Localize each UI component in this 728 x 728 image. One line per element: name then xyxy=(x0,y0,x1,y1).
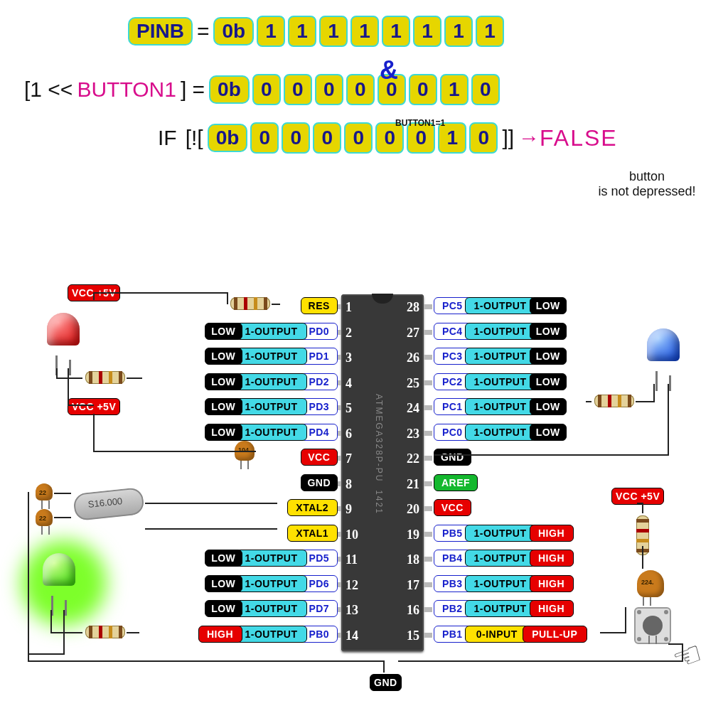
cap-decoupling-104: 104 xyxy=(235,441,255,461)
pin18-tag-high: HIGH xyxy=(530,550,574,567)
bit-cell: 0 xyxy=(250,122,279,154)
if-keyword: IF xyxy=(154,126,181,150)
ic-atmega328p: ATMEGA328P-PU 1421 128227326425524623722… xyxy=(341,294,424,651)
pin8-tag-gnd: GND xyxy=(301,474,338,491)
pin26-tag-low: LOW xyxy=(530,348,567,365)
prefix-0b: 0b xyxy=(208,124,248,152)
pin27-tag-low: LOW xyxy=(530,323,567,340)
pin6-tag-low: LOW xyxy=(205,424,242,441)
resistor-green-led xyxy=(85,626,125,638)
pin13-tag-low: LOW xyxy=(205,600,242,617)
pin25-tag-low: LOW xyxy=(530,373,567,390)
pin24-tag-1-output: 1-OUTPUT xyxy=(465,398,536,415)
resistor-red-led xyxy=(85,371,125,384)
pin28-tag-low: LOW xyxy=(530,297,567,314)
pin3-tag-1-output: 1-OUTPUT xyxy=(236,348,307,365)
bit-cell: 0 xyxy=(469,122,498,154)
pin21-tag-aref: AREF xyxy=(434,474,478,491)
pin17-tag-1-output: 1-OUTPUT xyxy=(465,575,536,592)
if-close-brackets: ]] xyxy=(498,126,518,150)
pin11-tag-low: LOW xyxy=(205,550,242,567)
led-green xyxy=(43,553,75,603)
pin15-tag-0-input: 0-INPUT xyxy=(465,626,530,643)
pin28-tag-1-output: 1-OUTPUT xyxy=(465,297,536,314)
pin5-tag-1-output: 1-OUTPUT xyxy=(236,398,307,415)
prefix-0b: 0b xyxy=(213,17,254,46)
gnd-rail-bottom: GND xyxy=(370,674,402,691)
if-open-brackets: [![ xyxy=(181,126,208,150)
pin11-tag-1-output: 1-OUTPUT xyxy=(236,550,307,567)
led-red xyxy=(47,313,80,363)
pin14-tag-high: HIGH xyxy=(198,626,242,643)
pin10-tag-xtal1: XTAL1 xyxy=(287,525,338,542)
pin20-tag-vcc: VCC xyxy=(434,499,471,516)
pin1-tag-res: RES xyxy=(301,297,338,314)
bit-cell: 1 xyxy=(288,16,316,47)
result-false: FALSE xyxy=(540,125,618,151)
pin4-tag-1-output: 1-OUTPUT xyxy=(236,373,307,390)
vcc-rail-right: VCC +5V xyxy=(611,488,664,505)
schematic-diagram: ATMEGA328P-PU 1421 128227326425524623722… xyxy=(0,291,728,704)
shift-open: [1 << xyxy=(20,77,77,102)
pin23-tag-1-output: 1-OUTPUT xyxy=(465,424,536,441)
pin14-tag-1-output: 1-OUTPUT xyxy=(236,626,307,643)
pin19-tag-high: HIGH xyxy=(530,525,574,542)
hand-pointer-icon: ☜ xyxy=(667,633,707,680)
resistor-blue-led xyxy=(594,395,634,407)
bit-cell: 1 xyxy=(476,16,504,47)
pin2-tag-low: LOW xyxy=(205,323,242,340)
pin23-tag-low: LOW xyxy=(530,424,567,441)
vcc-rail-top-left: VCC +5V xyxy=(68,284,120,301)
crystal-16mhz: S16.000 xyxy=(73,487,144,521)
cap-button-224: 224. xyxy=(637,570,664,597)
pinb-register-chip: PINB xyxy=(128,17,193,46)
bit-cell: 0 xyxy=(252,74,281,105)
push-button[interactable] xyxy=(634,607,671,644)
equals-sign: = xyxy=(193,19,214,43)
bit-cell: 0 xyxy=(315,74,343,105)
cap-xtal-22-b: 22 xyxy=(36,509,53,526)
pin4-tag-low: LOW xyxy=(205,373,242,390)
bit-cell: 1 xyxy=(319,16,348,47)
pin2-tag-1-output: 1-OUTPUT xyxy=(236,323,307,340)
bit-cell: 0 xyxy=(313,122,341,154)
pin3-tag-low: LOW xyxy=(205,348,242,365)
pin27-tag-1-output: 1-OUTPUT xyxy=(465,323,536,340)
bit-cell: 1 xyxy=(350,16,379,47)
result-caption: buttonis not depressed! xyxy=(583,169,711,199)
button1-macro: BUTTON1 xyxy=(77,77,176,102)
pin13-tag-1-output: 1-OUTPUT xyxy=(236,600,307,617)
pin17-tag-high: HIGH xyxy=(530,575,574,592)
prefix-0b: 0b xyxy=(209,75,250,104)
bit-cell: 0 xyxy=(409,74,437,105)
pin7-tag-vcc: VCC xyxy=(301,449,338,466)
arrow-icon: → xyxy=(518,126,540,150)
bit-cell: 1 xyxy=(382,16,410,47)
pin16-tag-high: HIGH xyxy=(530,600,574,617)
vcc-rail-mid-left: VCC +5V xyxy=(68,398,120,415)
pin15-tag-pull-up: PULL-UP xyxy=(523,626,587,643)
bitwise-and-symbol: & xyxy=(380,55,398,85)
cap-xtal-22-a: 22 xyxy=(36,483,53,500)
pin22-tag-gnd: GND xyxy=(434,449,471,466)
pin12-tag-1-output: 1-OUTPUT xyxy=(236,575,307,592)
bit-cell: 1 xyxy=(440,74,469,105)
bit-cell: 1 xyxy=(257,16,285,47)
pin16-tag-1-output: 1-OUTPUT xyxy=(465,600,536,617)
pin24-tag-low: LOW xyxy=(530,398,567,415)
bit-cell: 1 xyxy=(444,16,473,47)
bitmask-code-block: PINB = 0b 11111111 & [1 << BUTTON1 ] = 0… xyxy=(0,14,728,164)
led-blue xyxy=(647,328,680,378)
bit-cell: 0 xyxy=(282,122,310,154)
button1-note: BUTTON1=1 xyxy=(395,118,445,128)
resistor-reset xyxy=(230,297,270,310)
pin6-tag-1-output: 1-OUTPUT xyxy=(236,424,307,441)
bit-cell: 0 xyxy=(471,74,500,105)
pin25-tag-1-output: 1-OUTPUT xyxy=(465,373,536,390)
bit-cell: 0 xyxy=(284,74,312,105)
pin19-tag-1-output: 1-OUTPUT xyxy=(465,525,536,542)
pin5-tag-low: LOW xyxy=(205,398,242,415)
bit-cell: 0 xyxy=(346,74,375,105)
pin12-tag-low: LOW xyxy=(205,575,242,592)
resistor-pullup xyxy=(636,515,649,555)
